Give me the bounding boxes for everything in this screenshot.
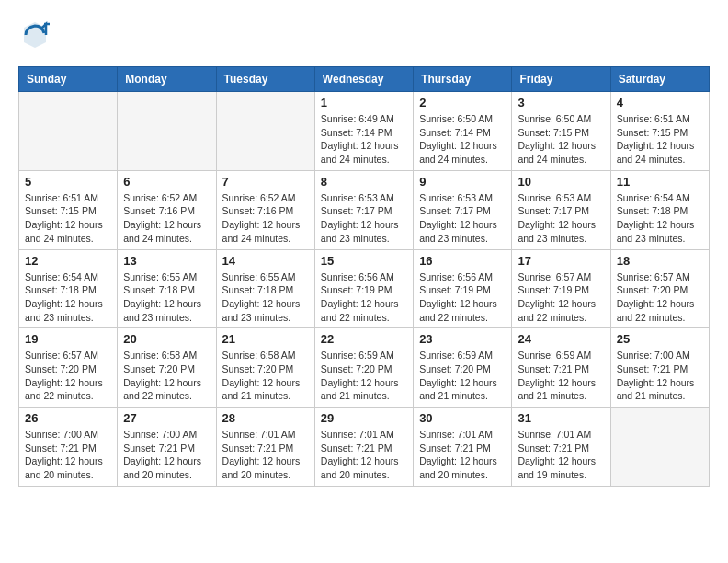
calendar-week-row: 12Sunrise: 6:54 AM Sunset: 7:18 PM Dayli…: [19, 249, 710, 328]
day-header-monday: Monday: [118, 67, 216, 92]
day-number: 23: [419, 332, 506, 346]
day-number: 15: [321, 254, 407, 268]
day-info: Sunrise: 6:54 AM Sunset: 7:18 PM Dayligh…: [25, 270, 111, 325]
calendar-cell: 14Sunrise: 6:55 AM Sunset: 7:18 PM Dayli…: [216, 249, 314, 328]
calendar-cell: [118, 92, 216, 171]
calendar-cell: 26Sunrise: 7:00 AM Sunset: 7:21 PM Dayli…: [19, 408, 118, 487]
day-info: Sunrise: 6:52 AM Sunset: 7:16 PM Dayligh…: [222, 191, 309, 246]
day-header-sunday: Sunday: [19, 67, 118, 92]
day-number: 30: [419, 411, 506, 425]
day-info: Sunrise: 6:59 AM Sunset: 7:21 PM Dayligh…: [518, 349, 604, 403]
day-info: Sunrise: 6:57 AM Sunset: 7:20 PM Dayligh…: [25, 349, 111, 403]
calendar-cell: 6Sunrise: 6:52 AM Sunset: 7:16 PM Daylig…: [118, 170, 216, 249]
day-number: 17: [518, 254, 604, 268]
calendar-cell: 23Sunrise: 6:59 AM Sunset: 7:20 PM Dayli…: [414, 328, 512, 408]
day-number: 16: [419, 254, 506, 268]
calendar-cell: 20Sunrise: 6:58 AM Sunset: 7:20 PM Dayli…: [118, 328, 216, 408]
day-info: Sunrise: 6:49 AM Sunset: 7:14 PM Dayligh…: [321, 112, 407, 167]
day-number: 18: [617, 254, 703, 268]
day-number: 31: [518, 411, 604, 425]
day-info: Sunrise: 6:53 AM Sunset: 7:17 PM Dayligh…: [419, 191, 506, 246]
day-info: Sunrise: 6:50 AM Sunset: 7:15 PM Dayligh…: [518, 112, 604, 167]
day-header-thursday: Thursday: [414, 67, 512, 92]
day-number: 9: [419, 175, 506, 189]
calendar-cell: 21Sunrise: 6:58 AM Sunset: 7:20 PM Dayli…: [216, 328, 314, 408]
calendar-week-row: 19Sunrise: 6:57 AM Sunset: 7:20 PM Dayli…: [19, 328, 710, 408]
calendar-week-row: 1Sunrise: 6:49 AM Sunset: 7:14 PM Daylig…: [19, 92, 710, 171]
day-number: 2: [419, 96, 506, 109]
day-number: 28: [222, 411, 309, 425]
day-number: 7: [222, 175, 309, 189]
day-header-friday: Friday: [512, 67, 610, 92]
day-number: 25: [617, 332, 703, 346]
calendar-cell: 8Sunrise: 6:53 AM Sunset: 7:17 PM Daylig…: [314, 170, 413, 249]
day-info: Sunrise: 6:57 AM Sunset: 7:20 PM Dayligh…: [617, 270, 703, 325]
day-header-tuesday: Tuesday: [216, 67, 314, 92]
calendar-cell: 28Sunrise: 7:01 AM Sunset: 7:21 PM Dayli…: [216, 408, 314, 487]
calendar-cell: 1Sunrise: 6:49 AM Sunset: 7:14 PM Daylig…: [314, 92, 413, 171]
day-number: 27: [123, 411, 210, 425]
calendar-cell: 2Sunrise: 6:50 AM Sunset: 7:14 PM Daylig…: [414, 92, 512, 171]
calendar-table: SundayMondayTuesdayWednesdayThursdayFrid…: [18, 66, 710, 487]
calendar-cell: 25Sunrise: 7:00 AM Sunset: 7:21 PM Dayli…: [610, 328, 709, 408]
calendar-cell: 24Sunrise: 6:59 AM Sunset: 7:21 PM Dayli…: [512, 328, 610, 408]
day-info: Sunrise: 6:55 AM Sunset: 7:18 PM Dayligh…: [222, 270, 309, 325]
day-number: 11: [617, 175, 703, 189]
day-info: Sunrise: 7:00 AM Sunset: 7:21 PM Dayligh…: [617, 349, 703, 403]
day-info: Sunrise: 6:59 AM Sunset: 7:20 PM Dayligh…: [321, 349, 407, 403]
day-info: Sunrise: 6:51 AM Sunset: 7:15 PM Dayligh…: [617, 112, 703, 167]
day-info: Sunrise: 6:52 AM Sunset: 7:16 PM Dayligh…: [123, 191, 210, 246]
calendar-cell: 22Sunrise: 6:59 AM Sunset: 7:20 PM Dayli…: [314, 328, 413, 408]
day-info: Sunrise: 7:01 AM Sunset: 7:21 PM Dayligh…: [222, 428, 309, 482]
day-number: 29: [321, 411, 407, 425]
day-info: Sunrise: 6:54 AM Sunset: 7:18 PM Dayligh…: [617, 191, 703, 246]
day-header-wednesday: Wednesday: [314, 67, 413, 92]
day-number: 22: [321, 332, 407, 346]
calendar-cell: 7Sunrise: 6:52 AM Sunset: 7:16 PM Daylig…: [216, 170, 314, 249]
day-number: 6: [123, 175, 210, 189]
calendar-cell: 10Sunrise: 6:53 AM Sunset: 7:17 PM Dayli…: [512, 170, 610, 249]
day-number: 20: [123, 332, 210, 346]
day-info: Sunrise: 6:59 AM Sunset: 7:20 PM Dayligh…: [419, 349, 506, 403]
calendar-cell: 16Sunrise: 6:56 AM Sunset: 7:19 PM Dayli…: [414, 249, 512, 328]
calendar-cell: [610, 408, 709, 487]
day-number: 5: [25, 175, 111, 189]
day-info: Sunrise: 7:00 AM Sunset: 7:21 PM Dayligh…: [123, 428, 210, 482]
calendar-cell: 29Sunrise: 7:01 AM Sunset: 7:21 PM Dayli…: [314, 408, 413, 487]
calendar-week-row: 26Sunrise: 7:00 AM Sunset: 7:21 PM Dayli…: [19, 408, 710, 487]
calendar-cell: 4Sunrise: 6:51 AM Sunset: 7:15 PM Daylig…: [610, 92, 709, 171]
page-header: [18, 18, 710, 52]
day-number: 21: [222, 332, 309, 346]
calendar-cell: 12Sunrise: 6:54 AM Sunset: 7:18 PM Dayli…: [19, 249, 118, 328]
logo: [18, 18, 51, 52]
day-info: Sunrise: 7:00 AM Sunset: 7:21 PM Dayligh…: [25, 428, 111, 482]
calendar-cell: 5Sunrise: 6:51 AM Sunset: 7:15 PM Daylig…: [19, 170, 118, 249]
day-info: Sunrise: 6:50 AM Sunset: 7:14 PM Dayligh…: [419, 112, 506, 167]
day-number: 24: [518, 332, 604, 346]
day-info: Sunrise: 6:57 AM Sunset: 7:19 PM Dayligh…: [518, 270, 604, 325]
day-info: Sunrise: 7:01 AM Sunset: 7:21 PM Dayligh…: [419, 428, 506, 482]
day-info: Sunrise: 6:53 AM Sunset: 7:17 PM Dayligh…: [518, 191, 604, 246]
calendar-header-row: SundayMondayTuesdayWednesdayThursdayFrid…: [19, 67, 710, 92]
day-number: 10: [518, 175, 604, 189]
day-info: Sunrise: 6:56 AM Sunset: 7:19 PM Dayligh…: [321, 270, 407, 325]
calendar-cell: 15Sunrise: 6:56 AM Sunset: 7:19 PM Dayli…: [314, 249, 413, 328]
calendar-cell: [216, 92, 314, 171]
day-info: Sunrise: 7:01 AM Sunset: 7:21 PM Dayligh…: [321, 428, 407, 482]
day-info: Sunrise: 6:53 AM Sunset: 7:17 PM Dayligh…: [321, 191, 407, 246]
calendar-cell: 27Sunrise: 7:00 AM Sunset: 7:21 PM Dayli…: [118, 408, 216, 487]
day-number: 1: [321, 96, 407, 109]
day-number: 14: [222, 254, 309, 268]
calendar-cell: 13Sunrise: 6:55 AM Sunset: 7:18 PM Dayli…: [118, 249, 216, 328]
calendar-cell: 11Sunrise: 6:54 AM Sunset: 7:18 PM Dayli…: [610, 170, 709, 249]
logo-icon: [18, 18, 51, 52]
day-number: 12: [25, 254, 111, 268]
day-number: 4: [617, 96, 703, 109]
calendar-cell: 31Sunrise: 7:01 AM Sunset: 7:21 PM Dayli…: [512, 408, 610, 487]
calendar-week-row: 5Sunrise: 6:51 AM Sunset: 7:15 PM Daylig…: [19, 170, 710, 249]
day-info: Sunrise: 6:58 AM Sunset: 7:20 PM Dayligh…: [222, 349, 309, 403]
day-number: 13: [123, 254, 210, 268]
calendar-cell: 18Sunrise: 6:57 AM Sunset: 7:20 PM Dayli…: [610, 249, 709, 328]
day-number: 3: [518, 96, 604, 109]
day-info: Sunrise: 6:56 AM Sunset: 7:19 PM Dayligh…: [419, 270, 506, 325]
